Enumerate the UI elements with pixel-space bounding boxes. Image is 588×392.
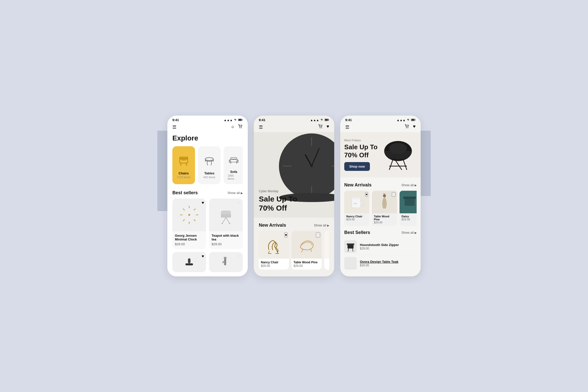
arrival-heart-nancy[interactable]: ♥: [284, 232, 287, 237]
svg-line-64: [389, 159, 393, 170]
cart-icon-1[interactable]: [238, 124, 243, 130]
heart-icon-3[interactable]: ♥: [413, 124, 416, 130]
heart-button-3[interactable]: ♡: [237, 254, 241, 259]
svg-rect-34: [221, 211, 231, 214]
svg-point-61: [406, 127, 407, 128]
svg-line-25: [194, 209, 195, 210]
best-sellers-show-all[interactable]: Show all ▶: [227, 191, 243, 195]
signal-icon: ▲▲▲: [224, 118, 233, 122]
explore-title: Explore: [172, 134, 243, 142]
product-name-0: Georg Jensen Minimal Clock: [175, 234, 204, 241]
tables-count: 442 items: [203, 176, 215, 179]
product-card-2[interactable]: ♥: [172, 252, 206, 272]
heart-button-0[interactable]: ♥: [202, 201, 204, 205]
cart-icon-3[interactable]: [404, 124, 409, 130]
sofa-count: 1865 items: [228, 174, 240, 180]
sellers-list: Houndstooth Side Zipper $29.00 Ovora Des…: [344, 238, 417, 272]
arrival-card-table[interactable]: ♡ Table Wood Pine $29.00: [291, 231, 322, 270]
svg-rect-78: [347, 243, 354, 245]
battery-icon: [238, 118, 243, 122]
page-wrapper: 9:41 ▲▲▲ ☰ ⌕ Explore: [167, 116, 421, 276]
svg-point-9: [183, 160, 184, 161]
seller-item-0[interactable]: Houndstooth Side Zipper $29.00: [344, 238, 417, 255]
svg-line-27: [194, 220, 195, 221]
arrivals-row-3: NRA ♥ Nancy Chair $29.00: [344, 191, 417, 226]
small-heart-mug[interactable]: ♥: [365, 192, 368, 197]
small-img-chair: [400, 191, 417, 213]
arrival-price-nancy: $29.00: [261, 264, 287, 268]
arrival-heart-table[interactable]: ♡: [316, 232, 320, 237]
product-info-0: Georg Jensen Minimal Clock $29.00: [172, 231, 206, 249]
screen-content-2: New Arrivals Show all ▶: [254, 218, 334, 276]
seller-img-1: [344, 257, 357, 270]
svg-text:NRA: NRA: [354, 203, 357, 204]
best-sellers-show-all-3[interactable]: Show all ▶: [401, 231, 417, 234]
sofa-label: Sofa: [230, 170, 237, 174]
seller-name-0: Houndstooth Side Zipper: [360, 243, 417, 247]
arrival-price-table: $29.00: [293, 264, 320, 268]
menu-icon-2[interactable]: ☰: [259, 124, 263, 130]
nav-bar-2: ☰ ♥: [254, 123, 334, 132]
new-arrivals-show-all-2[interactable]: Show all ▶: [314, 223, 329, 227]
phone-explore: 9:41 ▲▲▲ ☰ ⌕ Explore: [167, 116, 248, 276]
new-arrivals-header-2: New Arrivals Show all ▶: [259, 223, 329, 228]
category-tables[interactable]: Tables 442 items: [198, 146, 221, 184]
status-icons-3: ▲▲▲: [397, 118, 416, 122]
product-name-1: Teapot with black tea: [212, 234, 240, 241]
svg-line-26: [183, 220, 184, 221]
arrival-card-daisy[interactable]: [324, 231, 329, 270]
small-name-vase: Table Wood Pine: [374, 215, 395, 221]
search-icon-1[interactable]: ⌕: [231, 124, 234, 130]
heart-button-1[interactable]: ♡: [237, 201, 241, 205]
new-arrivals-show-all-3[interactable]: Show all ▶: [401, 183, 417, 187]
hero-section-2: Cyber Monday Sale Up To70% Off: [254, 132, 334, 218]
tables-label: Tables: [204, 171, 214, 175]
svg-point-10: [185, 160, 186, 161]
product-image-3: ♡: [209, 252, 243, 272]
svg-point-2: [239, 127, 240, 128]
signal-icon-3: ▲▲▲: [397, 118, 406, 122]
wifi-icon-2: [320, 118, 324, 122]
small-name-mug: Nancy Chair: [346, 215, 367, 218]
heart-button-2[interactable]: ♥: [202, 254, 204, 259]
screen-content-1: Explore: [167, 132, 248, 276]
menu-icon-1[interactable]: ☰: [172, 124, 176, 130]
svg-line-29: [222, 217, 226, 224]
shop-now-button[interactable]: Shop now: [344, 162, 370, 171]
menu-icon-3[interactable]: ☰: [345, 124, 349, 130]
svg-point-42: [321, 127, 322, 128]
seller-item-1[interactable]: Ovora Design Table Teak $29.00: [344, 255, 417, 272]
product-price-1: $29.00: [212, 242, 240, 246]
phone-blackfriday: 9:41 ▲▲▲ ☰ ♥: [340, 116, 421, 276]
wifi-icon-3: [407, 118, 410, 122]
heart-icon-2[interactable]: ♥: [326, 124, 329, 130]
arrival-card-nancy[interactable]: ♥ Nancy Chair $29.00: [259, 231, 289, 270]
product-image-1: ♡: [209, 199, 243, 231]
category-chairs[interactable]: Chairs 1126 items: [172, 146, 195, 184]
cart-icon-2[interactable]: [318, 124, 323, 130]
svg-point-28: [188, 214, 190, 216]
category-sofa[interactable]: Sofa 1865 items: [224, 146, 243, 184]
svg-rect-5: [180, 157, 188, 159]
svg-rect-76: [403, 197, 416, 199]
product-card-1[interactable]: ♡ Teapot with black tea: [209, 199, 243, 249]
svg-point-72: [383, 194, 386, 197]
small-heart-vase[interactable]: ♡: [392, 192, 396, 197]
svg-line-7: [186, 163, 187, 166]
svg-rect-33: [221, 214, 231, 218]
svg-point-50: [310, 165, 313, 167]
wifi-icon: [234, 118, 237, 122]
hero-text-2: Cyber Monday Sale Up To70% Off: [254, 184, 302, 218]
small-card-mug[interactable]: NRA ♥ Nancy Chair $29.00: [344, 191, 369, 226]
small-card-chair[interactable]: Daisy $29.00: [400, 191, 417, 226]
battery-icon-2: [325, 118, 329, 122]
product-card-0[interactable]: ♥: [172, 199, 206, 249]
small-name-chair: Daisy: [402, 215, 417, 218]
svg-line-74: [384, 193, 385, 194]
product-card-3[interactable]: ♡: [209, 252, 243, 272]
battery-icon-3: [411, 118, 416, 122]
svg-rect-40: [325, 119, 328, 120]
new-arrivals-title-2: New Arrivals: [259, 223, 286, 228]
small-card-vase[interactable]: ♡ Table Wood Pine $29.00: [372, 191, 397, 226]
small-price-mug: $29.00: [346, 218, 367, 221]
